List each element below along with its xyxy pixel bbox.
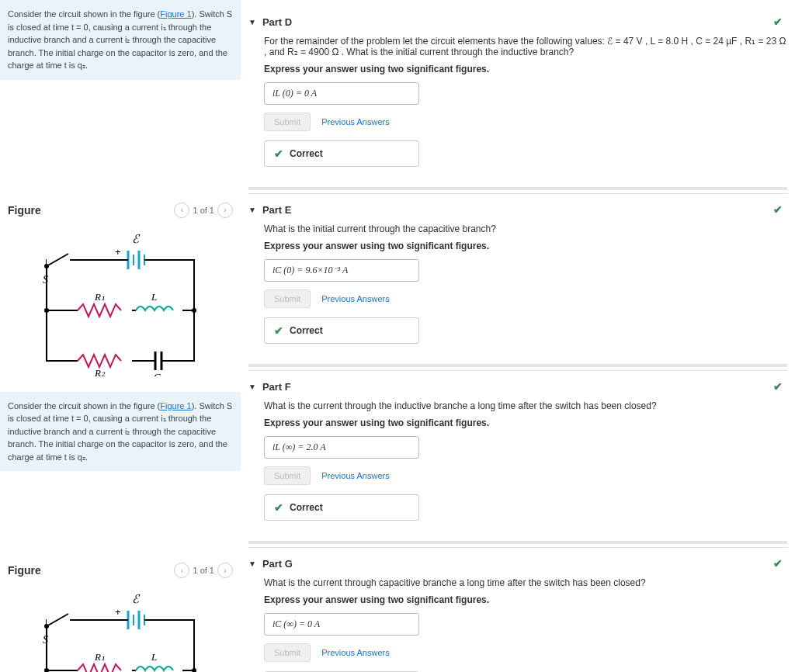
svg-text:+: + xyxy=(115,606,121,618)
desc-text: Consider the circuit shown in the figure… xyxy=(8,401,160,410)
chevron-down-icon: ▼ xyxy=(248,206,256,214)
right-column: ▼ Part D ✔ For the remainder of the prob… xyxy=(241,0,795,672)
svg-point-4 xyxy=(44,264,49,268)
next-figure-button[interactable]: › xyxy=(217,563,233,578)
instruction-text: Express your answer using two significan… xyxy=(264,594,787,605)
svg-text:R₂: R₂ xyxy=(94,367,106,376)
answer-display: iL (0) = 0 A xyxy=(264,82,419,105)
svg-point-28 xyxy=(192,308,196,313)
instruction-text: Express your answer using two significan… xyxy=(264,64,787,74)
check-icon: ✔ xyxy=(773,203,783,216)
part-title-text: Part G xyxy=(262,558,293,570)
circuit-diagram: S + ℰ R₁ L R₂ C xyxy=(31,589,210,672)
svg-text:S: S xyxy=(43,634,48,646)
correct-label: Correct xyxy=(290,325,323,336)
question-text: What is the initial current through the … xyxy=(264,223,787,234)
svg-text:ℰ: ℰ xyxy=(132,593,141,605)
previous-answers-link[interactable]: Previous Answers xyxy=(321,471,389,480)
svg-text:R₁: R₁ xyxy=(94,651,105,663)
instruction-text: Express your answer using two significan… xyxy=(264,241,787,251)
figure-header: Figure ‹ 1 of 1 › xyxy=(0,196,241,221)
divider xyxy=(248,364,787,367)
submit-button: Submit xyxy=(264,289,311,308)
check-icon: ✔ xyxy=(274,501,283,514)
svg-text:C: C xyxy=(154,371,161,376)
figure-title: Figure xyxy=(8,204,41,216)
next-figure-button[interactable]: › xyxy=(217,203,233,218)
correct-label: Correct xyxy=(290,148,323,159)
question-text: For the remainder of the problem let the… xyxy=(264,36,787,57)
submit-button: Submit xyxy=(264,643,311,662)
svg-point-57 xyxy=(192,668,196,672)
correct-feedback: ✔ Correct xyxy=(264,317,419,344)
answer-display: iC (0) = 9.6×10⁻³ A xyxy=(264,259,419,282)
part-g: ▼ Part G ✔ What is the current through c… xyxy=(248,547,787,672)
question-text: What is the current through capacitive b… xyxy=(264,577,787,588)
circuit-diagram: S + ℰ R₁ L R₂ C xyxy=(31,229,210,376)
check-icon: ✔ xyxy=(773,16,783,28)
figure-counter: 1 of 1 xyxy=(193,566,214,575)
part-f-header[interactable]: ▼ Part F xyxy=(248,381,291,393)
svg-text:+: + xyxy=(115,246,121,258)
check-icon: ✔ xyxy=(773,380,783,393)
check-icon: ✔ xyxy=(274,324,283,337)
prev-figure-button[interactable]: ‹ xyxy=(174,203,189,218)
divider xyxy=(248,187,787,190)
svg-text:L: L xyxy=(151,651,157,663)
svg-point-56 xyxy=(44,668,49,672)
part-e: ▼ Part E ✔ What is the initial current t… xyxy=(248,193,787,358)
part-title-text: Part E xyxy=(262,204,292,216)
svg-point-27 xyxy=(44,308,49,313)
part-g-header[interactable]: ▼ Part G xyxy=(248,558,293,570)
submit-button: Submit xyxy=(264,113,311,131)
instruction-text: Express your answer using two significan… xyxy=(264,417,787,428)
previous-answers-link[interactable]: Previous Answers xyxy=(321,648,389,657)
chevron-down-icon: ▼ xyxy=(248,383,256,391)
previous-answers-link[interactable]: Previous Answers xyxy=(321,294,389,303)
correct-feedback: ✔ Correct xyxy=(264,140,419,167)
divider xyxy=(248,541,787,544)
left-column: Consider the circuit shown in the figure… xyxy=(0,0,241,672)
chevron-down-icon: ▼ xyxy=(248,18,256,26)
problem-description-2: Consider the circuit shown in the figure… xyxy=(0,392,241,472)
svg-rect-17 xyxy=(136,303,182,318)
part-f: ▼ Part F ✔ What is the current through t… xyxy=(248,370,787,535)
figure-counter: 1 of 1 xyxy=(193,206,214,215)
spacer xyxy=(0,471,241,556)
figure-header-2: Figure ‹ 1 of 1 › xyxy=(0,556,241,581)
correct-feedback: ✔ Correct xyxy=(264,494,419,521)
part-d-header[interactable]: ▼ Part D xyxy=(248,16,292,28)
part-d: ▼ Part D ✔ For the remainder of the prob… xyxy=(248,0,787,181)
part-title-text: Part F xyxy=(262,381,291,393)
answer-display: iC (∞) = 0 A xyxy=(264,613,419,636)
figure-link[interactable]: Figure 1 xyxy=(160,9,191,19)
figure-body-2: S + ℰ R₁ L R₂ C xyxy=(0,581,241,672)
figure-nav: ‹ 1 of 1 › xyxy=(174,203,233,218)
problem-description: Consider the circuit shown in the figure… xyxy=(0,0,241,80)
correct-label: Correct xyxy=(290,502,323,513)
chevron-down-icon: ▼ xyxy=(248,559,256,568)
figure-title: Figure xyxy=(8,564,41,577)
previous-answers-link[interactable]: Previous Answers xyxy=(321,117,389,126)
figure-body: S + ℰ R₁ L R₂ C xyxy=(0,221,241,392)
prev-figure-button[interactable]: ‹ xyxy=(174,563,189,578)
svg-point-33 xyxy=(44,624,49,629)
submit-button: Submit xyxy=(264,466,311,485)
check-icon: ✔ xyxy=(274,147,283,160)
figure-link[interactable]: Figure 1 xyxy=(160,401,191,410)
answer-display: iL (∞) = 2.0 A xyxy=(264,436,419,459)
part-e-header[interactable]: ▼ Part E xyxy=(248,204,291,216)
svg-text:ℰ: ℰ xyxy=(132,233,141,245)
svg-text:R₁: R₁ xyxy=(94,291,105,303)
svg-text:L: L xyxy=(151,291,157,303)
spacer xyxy=(0,80,241,196)
question-text: What is the current through the inductiv… xyxy=(264,400,787,411)
svg-text:S: S xyxy=(43,274,48,286)
part-title-text: Part D xyxy=(262,16,292,28)
figure-nav: ‹ 1 of 1 › xyxy=(174,563,233,578)
desc-text: Consider the circuit shown in the figure… xyxy=(8,9,160,19)
check-icon: ✔ xyxy=(773,557,783,570)
